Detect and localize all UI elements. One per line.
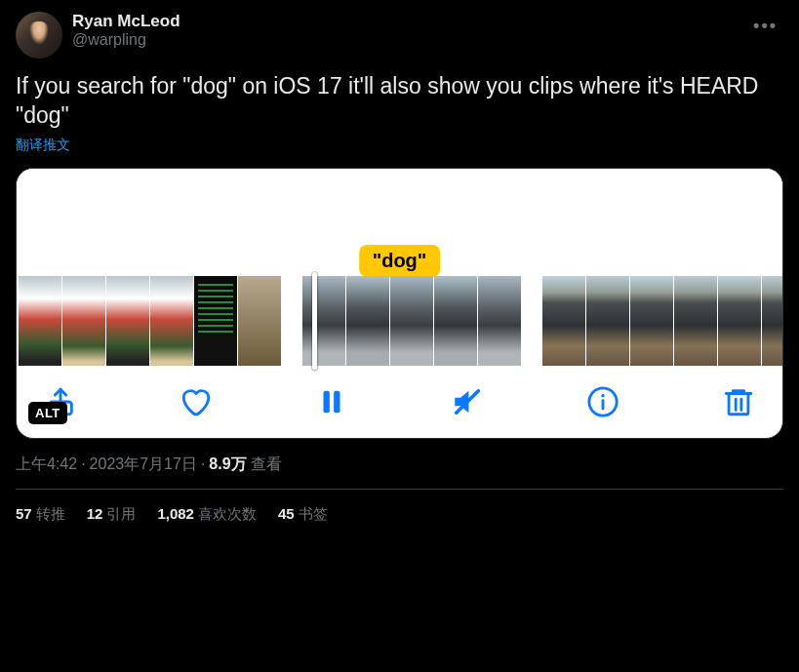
clip-thumbnail	[718, 276, 761, 366]
search-term-badge: "dog"	[359, 245, 441, 277]
clip-thumbnail	[19, 276, 61, 366]
svg-point-6	[601, 394, 604, 397]
user-handle[interactable]: @warpling	[72, 31, 738, 49]
clip-thumbnail	[194, 276, 237, 366]
clip-thumbnail	[150, 276, 193, 366]
media-attachment[interactable]: "dog"	[16, 168, 783, 439]
likes-stat[interactable]: 1,082喜欢次数	[157, 505, 257, 524]
heart-icon[interactable]	[180, 385, 213, 418]
svg-rect-1	[324, 390, 330, 413]
avatar[interactable]	[16, 12, 62, 59]
retweets-stat[interactable]: 57转推	[16, 505, 65, 524]
info-icon[interactable]	[586, 385, 619, 418]
views-count: 8.9万	[209, 455, 246, 472]
clip-thumbnail	[762, 276, 783, 366]
clip-thumbnail	[390, 276, 433, 366]
svg-rect-7	[729, 393, 748, 414]
trash-icon[interactable]	[722, 385, 755, 418]
clip-thumbnail	[238, 276, 281, 366]
clip-thumbnail	[106, 276, 149, 366]
views-label: 查看	[251, 455, 282, 472]
tweet-date[interactable]: 2023年7月17日	[90, 455, 197, 472]
tweet-text: If you search for "dog" on iOS 17 it'll …	[16, 72, 783, 131]
tweet-header: Ryan McLeod @warpling •••	[16, 12, 783, 59]
svg-rect-2	[334, 390, 340, 413]
bookmarks-stat[interactable]: 45书签	[278, 505, 328, 524]
tweet-meta: 上午4:42·2023年7月17日·8.9万 查看	[16, 455, 783, 475]
more-options-button[interactable]: •••	[747, 12, 783, 40]
tweet-container: Ryan McLeod @warpling ••• If you search …	[0, 0, 799, 535]
clip-thumbnail	[346, 276, 389, 366]
clip-thumbnail	[630, 276, 673, 366]
tweet-time[interactable]: 上午4:42	[16, 455, 77, 472]
clip-thumbnail	[674, 276, 717, 366]
alt-badge[interactable]: ALT	[28, 402, 67, 424]
video-timeline[interactable]	[17, 276, 782, 372]
clip-thumbnail	[434, 276, 477, 366]
media-top-area: "dog"	[17, 169, 782, 276]
clip-group-1	[19, 276, 281, 366]
clip-thumbnail	[542, 276, 585, 366]
clip-thumbnail	[302, 276, 345, 366]
playhead[interactable]	[312, 272, 317, 370]
tweet-stats: 57转推 12引用 1,082喜欢次数 45书签	[16, 490, 783, 524]
clip-group-3	[542, 276, 783, 366]
quotes-stat[interactable]: 12引用	[87, 505, 137, 524]
pause-icon[interactable]	[315, 385, 348, 418]
clip-thumbnail	[62, 276, 105, 366]
display-name[interactable]: Ryan McLeod	[72, 12, 738, 31]
clip-thumbnail	[478, 276, 521, 366]
media-controls	[17, 372, 782, 438]
translate-link[interactable]: 翻译推文	[16, 137, 783, 154]
clip-thumbnail	[586, 276, 629, 366]
clip-group-2	[302, 276, 521, 366]
user-block: Ryan McLeod @warpling	[72, 12, 738, 49]
mute-icon[interactable]	[451, 385, 484, 418]
